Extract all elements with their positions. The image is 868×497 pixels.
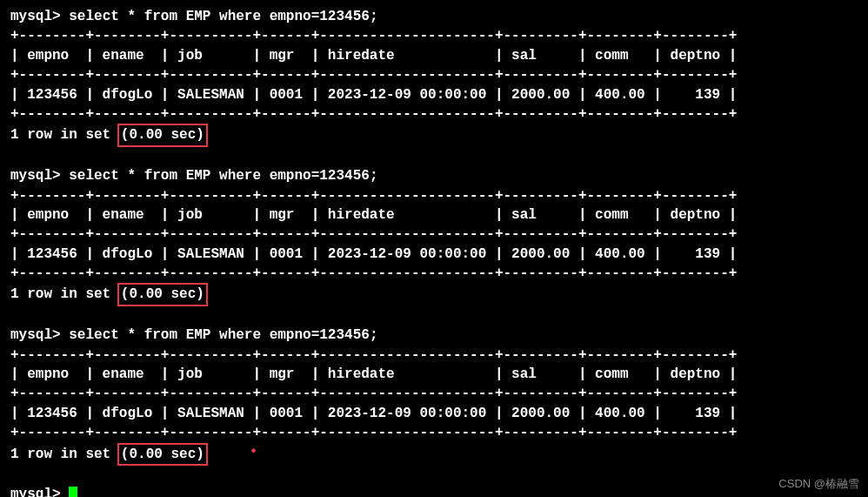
table-row: | 123456 | dfogLo | SALESMAN | 0001 | 20…: [10, 404, 858, 423]
timing-highlight: (0.00 sec): [117, 283, 208, 306]
timing-highlight: (0.00 sec): [117, 124, 208, 146]
query-line-3: mysql> select * from EMP where empno=123…: [10, 326, 858, 345]
table-border: +--------+--------+----------+------+---…: [10, 384, 858, 403]
table-border: +--------+--------+----------+------+---…: [10, 26, 858, 45]
status-line-3: 1 row in set (0.00 sec) •: [10, 443, 858, 466]
red-dot-icon: •: [250, 444, 258, 460]
table-border: +--------+--------+----------+------+---…: [10, 264, 858, 283]
status-line-1: 1 row in set (0.00 sec): [10, 124, 858, 146]
table-row: | 123456 | dfogLo | SALESMAN | 0001 | 20…: [10, 245, 858, 264]
table-border: +--------+--------+----------+------+---…: [10, 104, 858, 124]
table-row: | 123456 | dfogLo | SALESMAN | 0001 | 20…: [10, 85, 858, 104]
blank-line: [10, 306, 858, 326]
table-border: +--------+--------+----------+------+---…: [10, 225, 858, 244]
sql-query: select * from EMP where empno=123456;: [69, 327, 377, 343]
blank-line: [10, 147, 858, 166]
sql-query: select * from EMP where empno=123456;: [69, 9, 377, 24]
timing-highlight: (0.00 sec): [117, 443, 208, 466]
table-headers: | empno | ename | job | mgr | hiredate |…: [10, 205, 858, 225]
table-headers: | empno | ename | job | mgr | hiredate |…: [10, 46, 858, 65]
table-border: +--------+--------+----------+------+---…: [10, 346, 858, 365]
prompt-line[interactable]: mysql>: [10, 485, 858, 497]
status-line-2: 1 row in set (0.00 sec): [10, 283, 858, 306]
table-border: +--------+--------+----------+------+---…: [10, 65, 858, 84]
table-headers: | empno | ename | job | mgr | hiredate |…: [10, 365, 858, 384]
watermark: CSDN @椿融雪: [778, 476, 859, 492]
query-line-1: mysql> select * from EMP where empno=123…: [10, 7, 858, 26]
table-border: +--------+--------+----------+------+---…: [10, 186, 858, 205]
cursor-icon: [69, 487, 77, 497]
sql-query: select * from EMP where empno=123456;: [69, 168, 377, 184]
blank-line: [10, 466, 858, 485]
query-line-2: mysql> select * from EMP where empno=123…: [10, 166, 858, 185]
table-border: +--------+--------+----------+------+---…: [10, 423, 858, 442]
